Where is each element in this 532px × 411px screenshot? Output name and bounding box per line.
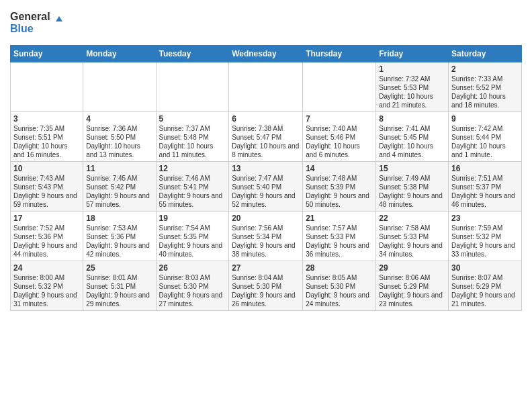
calendar-body: 1Sunrise: 7:32 AM Sunset: 5:53 PM Daylig… bbox=[11, 62, 522, 311]
day-info: Sunrise: 7:32 AM Sunset: 5:53 PM Dayligh… bbox=[379, 75, 445, 109]
day-info: Sunrise: 7:33 AM Sunset: 5:52 PM Dayligh… bbox=[451, 75, 519, 109]
calendar-week-1: 1Sunrise: 7:32 AM Sunset: 5:53 PM Daylig… bbox=[11, 62, 522, 112]
calendar-cell: 8Sunrise: 7:41 AM Sunset: 5:45 PM Daylig… bbox=[376, 112, 449, 162]
day-info: Sunrise: 8:00 AM Sunset: 5:32 PM Dayligh… bbox=[13, 273, 80, 308]
calendar-cell: 25Sunrise: 8:01 AM Sunset: 5:31 PM Dayli… bbox=[83, 261, 156, 311]
calendar-cell bbox=[229, 62, 303, 112]
calendar-cell: 28Sunrise: 8:05 AM Sunset: 5:30 PM Dayli… bbox=[303, 261, 376, 311]
day-info: Sunrise: 7:37 AM Sunset: 5:48 PM Dayligh… bbox=[159, 124, 226, 159]
day-info: Sunrise: 7:59 AM Sunset: 5:32 PM Dayligh… bbox=[451, 224, 519, 259]
day-number: 20 bbox=[232, 214, 300, 223]
day-number: 17 bbox=[13, 214, 80, 223]
day-number: 1 bbox=[379, 64, 445, 74]
day-number: 2 bbox=[451, 64, 519, 74]
col-friday: Friday bbox=[376, 46, 449, 62]
day-number: 27 bbox=[232, 263, 300, 273]
day-number: 11 bbox=[86, 164, 152, 173]
header: General Blue bbox=[10, 7, 522, 40]
day-number: 18 bbox=[86, 214, 152, 223]
day-number: 15 bbox=[379, 164, 445, 173]
calendar-cell: 27Sunrise: 8:04 AM Sunset: 5:30 PM Dayli… bbox=[229, 261, 303, 311]
day-info: Sunrise: 7:52 AM Sunset: 5:36 PM Dayligh… bbox=[13, 224, 80, 259]
page-container: General Blue Sunday Monday Tuesday Wedne… bbox=[0, 0, 532, 318]
calendar-cell bbox=[156, 62, 229, 112]
day-number: 22 bbox=[379, 214, 445, 223]
logo: General Blue bbox=[10, 7, 71, 40]
calendar-cell: 10Sunrise: 7:43 AM Sunset: 5:43 PM Dayli… bbox=[11, 162, 83, 212]
calendar-cell: 18Sunrise: 7:53 AM Sunset: 5:36 PM Dayli… bbox=[83, 212, 156, 261]
col-thursday: Thursday bbox=[303, 46, 376, 62]
day-info: Sunrise: 8:05 AM Sunset: 5:30 PM Dayligh… bbox=[306, 273, 373, 308]
day-info: Sunrise: 7:45 AM Sunset: 5:42 PM Dayligh… bbox=[86, 174, 152, 209]
day-number: 29 bbox=[379, 263, 445, 273]
day-info: Sunrise: 8:07 AM Sunset: 5:29 PM Dayligh… bbox=[451, 273, 519, 308]
day-number: 3 bbox=[13, 114, 80, 124]
day-info: Sunrise: 7:48 AM Sunset: 5:39 PM Dayligh… bbox=[306, 174, 373, 209]
col-monday: Monday bbox=[83, 46, 156, 62]
calendar-cell: 13Sunrise: 7:47 AM Sunset: 5:40 PM Dayli… bbox=[229, 162, 303, 212]
day-info: Sunrise: 7:56 AM Sunset: 5:34 PM Dayligh… bbox=[232, 224, 300, 259]
calendar-cell: 12Sunrise: 7:46 AM Sunset: 5:41 PM Dayli… bbox=[156, 162, 229, 212]
calendar-cell: 3Sunrise: 7:35 AM Sunset: 5:51 PM Daylig… bbox=[11, 112, 83, 162]
calendar-cell: 6Sunrise: 7:38 AM Sunset: 5:47 PM Daylig… bbox=[229, 112, 303, 162]
col-tuesday: Tuesday bbox=[156, 46, 229, 62]
day-number: 5 bbox=[159, 114, 226, 124]
day-number: 12 bbox=[159, 164, 226, 173]
day-number: 26 bbox=[159, 263, 226, 273]
day-info: Sunrise: 7:46 AM Sunset: 5:41 PM Dayligh… bbox=[159, 174, 226, 209]
calendar-cell: 16Sunrise: 7:51 AM Sunset: 5:37 PM Dayli… bbox=[449, 162, 522, 212]
calendar-cell bbox=[303, 62, 376, 112]
calendar-cell bbox=[83, 62, 156, 112]
calendar-cell: 17Sunrise: 7:52 AM Sunset: 5:36 PM Dayli… bbox=[11, 212, 83, 261]
calendar-week-5: 24Sunrise: 8:00 AM Sunset: 5:32 PM Dayli… bbox=[11, 261, 522, 311]
day-info: Sunrise: 7:53 AM Sunset: 5:36 PM Dayligh… bbox=[86, 224, 152, 259]
day-number: 4 bbox=[86, 114, 152, 124]
day-info: Sunrise: 8:01 AM Sunset: 5:31 PM Dayligh… bbox=[86, 273, 152, 308]
calendar-cell: 11Sunrise: 7:45 AM Sunset: 5:42 PM Dayli… bbox=[83, 162, 156, 212]
day-number: 19 bbox=[159, 214, 226, 223]
svg-text:General: General bbox=[10, 11, 50, 22]
logo-block: General Blue bbox=[10, 7, 71, 40]
day-info: Sunrise: 7:38 AM Sunset: 5:47 PM Dayligh… bbox=[232, 124, 300, 159]
day-number: 30 bbox=[451, 263, 519, 273]
day-info: Sunrise: 7:49 AM Sunset: 5:38 PM Dayligh… bbox=[379, 174, 445, 209]
header-row: Sunday Monday Tuesday Wednesday Thursday… bbox=[11, 46, 522, 62]
calendar-cell: 14Sunrise: 7:48 AM Sunset: 5:39 PM Dayli… bbox=[303, 162, 376, 212]
calendar-table: Sunday Monday Tuesday Wednesday Thursday… bbox=[10, 45, 522, 311]
col-wednesday: Wednesday bbox=[229, 46, 303, 62]
calendar-cell: 21Sunrise: 7:57 AM Sunset: 5:33 PM Dayli… bbox=[303, 212, 376, 261]
calendar-cell: 29Sunrise: 8:06 AM Sunset: 5:29 PM Dayli… bbox=[376, 261, 449, 311]
calendar-cell: 1Sunrise: 7:32 AM Sunset: 5:53 PM Daylig… bbox=[376, 62, 449, 112]
day-number: 23 bbox=[451, 214, 519, 223]
col-saturday: Saturday bbox=[449, 46, 522, 62]
day-info: Sunrise: 7:57 AM Sunset: 5:33 PM Dayligh… bbox=[306, 224, 373, 259]
day-number: 6 bbox=[232, 114, 300, 124]
day-info: Sunrise: 7:47 AM Sunset: 5:40 PM Dayligh… bbox=[232, 174, 300, 209]
svg-text:Blue: Blue bbox=[10, 23, 34, 34]
calendar-week-4: 17Sunrise: 7:52 AM Sunset: 5:36 PM Dayli… bbox=[11, 212, 522, 261]
calendar-cell: 5Sunrise: 7:37 AM Sunset: 5:48 PM Daylig… bbox=[156, 112, 229, 162]
calendar-week-3: 10Sunrise: 7:43 AM Sunset: 5:43 PM Dayli… bbox=[11, 162, 522, 212]
calendar-cell: 23Sunrise: 7:59 AM Sunset: 5:32 PM Dayli… bbox=[449, 212, 522, 261]
day-number: 8 bbox=[379, 114, 445, 124]
day-info: Sunrise: 7:58 AM Sunset: 5:33 PM Dayligh… bbox=[379, 224, 445, 259]
calendar-cell: 30Sunrise: 8:07 AM Sunset: 5:29 PM Dayli… bbox=[449, 261, 522, 311]
svg-marker-1 bbox=[56, 16, 62, 21]
calendar-cell: 22Sunrise: 7:58 AM Sunset: 5:33 PM Dayli… bbox=[376, 212, 449, 261]
day-number: 13 bbox=[232, 164, 300, 173]
calendar-week-2: 3Sunrise: 7:35 AM Sunset: 5:51 PM Daylig… bbox=[11, 112, 522, 162]
calendar-cell: 24Sunrise: 8:00 AM Sunset: 5:32 PM Dayli… bbox=[11, 261, 83, 311]
calendar-cell: 7Sunrise: 7:40 AM Sunset: 5:46 PM Daylig… bbox=[303, 112, 376, 162]
calendar-cell: 15Sunrise: 7:49 AM Sunset: 5:38 PM Dayli… bbox=[376, 162, 449, 212]
calendar-cell: 2Sunrise: 7:33 AM Sunset: 5:52 PM Daylig… bbox=[449, 62, 522, 112]
day-number: 14 bbox=[306, 164, 373, 173]
day-info: Sunrise: 7:42 AM Sunset: 5:44 PM Dayligh… bbox=[451, 124, 519, 159]
day-number: 25 bbox=[86, 263, 152, 273]
calendar-cell: 4Sunrise: 7:36 AM Sunset: 5:50 PM Daylig… bbox=[83, 112, 156, 162]
day-info: Sunrise: 7:36 AM Sunset: 5:50 PM Dayligh… bbox=[86, 124, 152, 159]
day-info: Sunrise: 8:04 AM Sunset: 5:30 PM Dayligh… bbox=[232, 273, 300, 308]
calendar-cell: 19Sunrise: 7:54 AM Sunset: 5:35 PM Dayli… bbox=[156, 212, 229, 261]
col-sunday: Sunday bbox=[11, 46, 83, 62]
day-info: Sunrise: 7:51 AM Sunset: 5:37 PM Dayligh… bbox=[451, 174, 519, 209]
day-info: Sunrise: 7:43 AM Sunset: 5:43 PM Dayligh… bbox=[13, 174, 80, 209]
